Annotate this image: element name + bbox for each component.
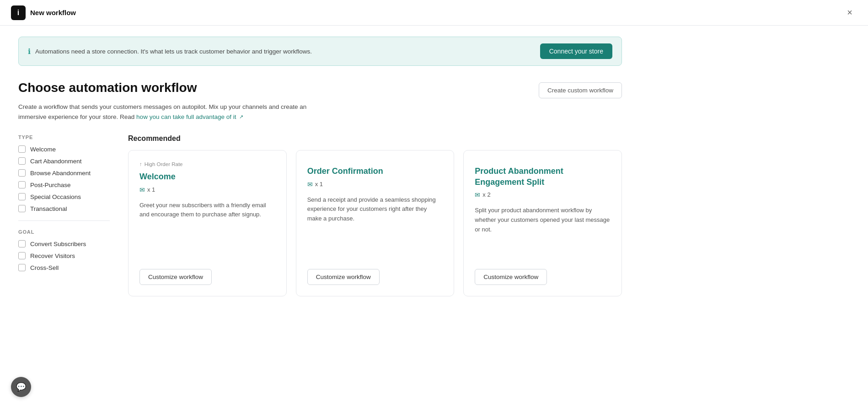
filter-cart-checkbox[interactable] (18, 157, 26, 165)
filter-transactional-label: Transactional (30, 205, 67, 212)
info-icon: ℹ (28, 47, 31, 56)
filter-welcome-label: Welcome (30, 146, 56, 153)
filter-special-checkbox[interactable] (18, 193, 26, 200)
sidebar-filters: TYPE Welcome Cart Abandonment Browse Aba… (18, 134, 110, 296)
page-description: Create a workflow that sends your custom… (18, 102, 311, 122)
filter-special-label: Special Occasions (30, 193, 81, 200)
card-description-welcome: Greet your new subscribers with a friend… (139, 201, 275, 260)
card-product-abandonment: Product Abandonment Engagement Split ✉ x… (463, 150, 622, 296)
connect-store-button[interactable]: Connect your store (540, 43, 612, 59)
filter-browse-label: Browse Abandonment (30, 170, 91, 177)
type-filter-label: TYPE (18, 134, 110, 140)
cards-grid: ↑ High Order Rate Welcome ✉ x 1 Greet yo… (128, 150, 622, 296)
filter-recover-visitors[interactable]: Recover Visitors (18, 252, 110, 259)
external-link-icon: ↗ (239, 114, 243, 119)
customize-workflow-button-order[interactable]: Customize workflow (307, 269, 380, 285)
badge-text-welcome: High Order Rate (145, 161, 183, 167)
filter-recover-label: Recover Visitors (30, 252, 75, 259)
card-badge-welcome: ↑ High Order Rate (139, 161, 275, 167)
badge-arrow-icon: ↑ (139, 161, 142, 167)
filter-convert-label: Convert Subscribers (30, 241, 86, 247)
logo-icon: i (11, 5, 26, 20)
section-recommended-label: Recommended (128, 134, 622, 143)
card-description-product: Split your product abandonment workflow … (475, 206, 611, 260)
card-meta-count-product: x 2 (482, 191, 490, 198)
card-title-order: Order Confirmation (307, 166, 443, 177)
header-title: New workflow (30, 9, 76, 16)
banner-text: ℹ Automations need a store connection. I… (28, 47, 312, 56)
filter-welcome[interactable]: Welcome (18, 145, 110, 153)
filter-convert-subscribers[interactable]: Convert Subscribers (18, 240, 110, 247)
filter-browse-abandonment[interactable]: Browse Abandonment (18, 169, 110, 177)
card-meta-order: ✉ x 1 (307, 181, 443, 188)
mail-icon-order: ✉ (307, 181, 313, 188)
header-bar: i New workflow × (0, 0, 868, 26)
card-title-welcome: Welcome (139, 172, 275, 182)
card-meta-welcome: ✉ x 1 (139, 186, 275, 193)
filter-divider (18, 220, 110, 221)
card-meta-product: ✉ x 2 (475, 191, 611, 199)
filter-convert-checkbox[interactable] (18, 240, 26, 247)
customize-workflow-button-welcome[interactable]: Customize workflow (139, 269, 212, 285)
body-layout: TYPE Welcome Cart Abandonment Browse Aba… (18, 134, 622, 296)
mail-icon-welcome: ✉ (139, 186, 145, 193)
advantage-link[interactable]: how you can take full advantage of it ↗ (136, 113, 243, 120)
filter-welcome-checkbox[interactable] (18, 145, 26, 153)
card-order-confirmation: Order Confirmation ✉ x 1 Send a receipt … (296, 150, 455, 296)
filter-recover-checkbox[interactable] (18, 252, 26, 259)
banner-message: Automations need a store connection. It'… (35, 48, 312, 55)
filter-cross-sell[interactable]: Cross-Sell (18, 264, 110, 271)
filter-special-occasions[interactable]: Special Occasions (18, 193, 110, 200)
mail-icon-product: ✉ (475, 191, 480, 199)
filter-cart-label: Cart Abandonment (30, 158, 82, 165)
cards-section: Recommended ↑ High Order Rate Welcome ✉ … (128, 134, 622, 296)
card-meta-count-order: x 1 (315, 181, 323, 188)
filter-cross-sell-label: Cross-Sell (30, 264, 59, 271)
card-description-order: Send a receipt and provide a seamless sh… (307, 195, 443, 260)
filter-transactional-checkbox[interactable] (18, 205, 26, 212)
page-heading-row: Choose automation workflow Create custom… (18, 81, 622, 98)
filter-browse-checkbox[interactable] (18, 169, 26, 177)
filter-post-purchase[interactable]: Post-Purchase (18, 181, 110, 188)
filter-transactional[interactable]: Transactional (18, 205, 110, 212)
filter-cart-abandonment[interactable]: Cart Abandonment (18, 157, 110, 165)
main-content: ℹ Automations need a store connection. I… (0, 26, 640, 315)
customize-workflow-button-product[interactable]: Customize workflow (475, 269, 547, 285)
card-title-product: Product Abandonment Engagement Split (475, 166, 611, 188)
goal-filter-label: GOAL (18, 229, 110, 235)
close-button[interactable]: × (842, 5, 857, 20)
info-banner: ℹ Automations need a store connection. I… (18, 37, 622, 66)
filter-cross-sell-checkbox[interactable] (18, 264, 26, 271)
card-meta-count-welcome: x 1 (147, 186, 155, 193)
card-welcome: ↑ High Order Rate Welcome ✉ x 1 Greet yo… (128, 150, 287, 296)
create-custom-workflow-button[interactable]: Create custom workflow (539, 82, 622, 98)
filter-post-checkbox[interactable] (18, 181, 26, 188)
header-left: i New workflow (11, 5, 76, 20)
page-title: Choose automation workflow (18, 81, 197, 95)
filter-post-label: Post-Purchase (30, 182, 71, 188)
